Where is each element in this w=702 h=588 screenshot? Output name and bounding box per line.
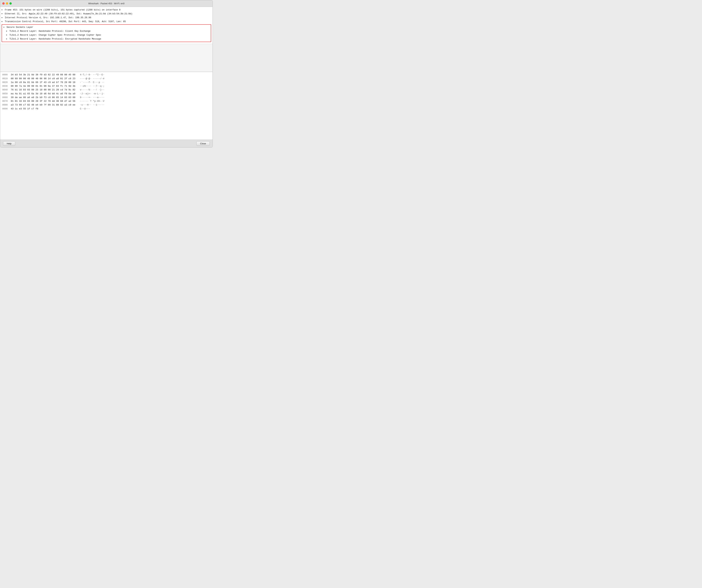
minimize-traffic-light[interactable] (6, 2, 8, 5)
maximize-traffic-light[interactable] (9, 2, 12, 5)
hex-offset-8: 0080 (2, 103, 11, 107)
tls1-label: TLSv1.2 Record Layer: Handshake Protocol… (9, 29, 91, 33)
ssl-header-label: Secure Sockets Layer (7, 25, 33, 29)
hex-ascii-5: ·J··ej=· ·m·L··j· (80, 92, 104, 96)
hex-ascii-2: ·`····f· C···p ·· (80, 81, 104, 84)
hex-ascii-0: 4·T;!·8· ··"I··E· (80, 73, 104, 77)
close-button[interactable]: Close (197, 141, 210, 146)
expand-arrow-ssl: ▼ (3, 26, 6, 29)
expand-arrow-tls3: ▶ (6, 37, 9, 40)
hex-ascii-9: C··U··· (80, 107, 90, 111)
hex-bytes-0: 34 b3 54 3b 21 8d 38 f9 d3 82 22 49 08 0… (11, 73, 80, 77)
tls2-label: TLSv1.2 Record Layer: Change Cipher Spec… (9, 33, 101, 37)
hex-row-0040: 0040 76 b1 16 03 03 00 25 10 00 00 21 20… (2, 88, 210, 92)
hex-bytes-6: 39 de ae 86 a6 e0 2b b9 f3 c8 06 65 14 0… (11, 96, 80, 99)
expand-arrow-frame: ▶ (2, 8, 4, 11)
hex-bytes-4: 76 b1 16 03 03 00 25 10 00 00 21 20 cd 7… (11, 88, 80, 92)
expand-arrow-tcp: ▶ (2, 20, 4, 23)
tcp-label: Transmission Control Protocol, Src Port:… (5, 20, 126, 23)
hex-ascii-7: ······ ? "p·0h··V (80, 99, 104, 103)
hex-row-0070: 0070 01 01 16 03 03 00 20 3f 22 70 dd 30… (2, 99, 210, 103)
bottom-bar: Help Close (0, 139, 213, 148)
hex-offset-6: 0060 (2, 96, 11, 99)
expand-arrow-tls1: ▶ (6, 29, 9, 33)
hex-bytes-7: 01 01 16 03 03 00 20 3f 22 70 dd 30 68 d… (11, 99, 80, 103)
window-title: Wireshark · Packet 453 · Wi-Fi: en0 (88, 2, 124, 5)
hex-offset-7: 0070 (2, 99, 11, 103)
frame-label: Frame 453: 151 bytes on wire (1208 bits)… (5, 8, 121, 12)
tree-item-tcp[interactable]: ▶ Transmission Control Protocol, Src Por… (0, 20, 213, 24)
hex-bytes-5: ea 4a 91 a1 65 6a 3d 10 d6 6d b8 4c a6 f… (11, 92, 80, 96)
hex-ascii-4: v·····%· ··! ·}·· (80, 88, 104, 92)
hex-spacer (0, 112, 213, 139)
hex-offset-3: 0030 (2, 84, 11, 88)
hex-row-0010: 0010 00 89 00 00 40 00 40 06 98 14 c0 a8… (2, 77, 210, 81)
traffic-lights (2, 2, 12, 5)
hex-row-0000: 0000 34 b3 54 3b 21 8d 38 f9 d3 82 22 49… (2, 73, 210, 77)
ssl-child-tls1[interactable]: ▶ TLSv1.2 Record Layer: Handshake Protoc… (2, 29, 211, 33)
hex-row-0030: 0030 08 00 7a 4e 00 00 01 01 08 0a 37 83… (2, 84, 210, 88)
hex-panel: 0000 34 b3 54 3b 21 8d 38 f9 d3 82 22 49… (0, 72, 213, 112)
ssl-children: ▶ TLSv1.2 Record Layer: Handshake Protoc… (2, 29, 211, 41)
hex-row-0060: 0060 39 de ae 86 a6 e0 2b b9 f3 c8 06 65… (2, 96, 210, 99)
hex-ascii-1: ····@·@· ·····/·# (80, 77, 104, 81)
hex-row-0080: 0080 a3 73 99 c7 82 48 e4 b9 7f 09 31 80… (2, 103, 210, 107)
hex-offset-1: 0010 (2, 77, 11, 81)
packet-tree-panel: ▶ Frame 453: 151 bytes on wire (1208 bit… (0, 7, 213, 44)
ssl-child-tls3[interactable]: ▶ TLSv1.2 Record Layer: Handshake Protoc… (2, 37, 211, 41)
hex-offset-5: 0050 (2, 92, 11, 96)
main-content: ▶ Frame 453: 151 bytes on wire (1208 bit… (0, 7, 213, 139)
ssl-child-tls2[interactable]: ▶ TLSv1.2 Record Layer: Change Cipher Sp… (2, 33, 211, 37)
titlebar: Wireshark · Packet 453 · Wi-Fi: en0 (0, 0, 213, 7)
expand-arrow-ethernet: ▶ (2, 12, 4, 15)
hex-bytes-8: a3 73 99 c7 82 48 e4 b9 7f 09 31 80 92 a… (11, 103, 80, 107)
ip-label: Internet Protocol Version 4, Src: 192.16… (5, 16, 91, 19)
tree-item-ip[interactable]: ▶ Internet Protocol Version 4, Src: 192.… (0, 16, 213, 20)
tree-item-ethernet[interactable]: ▶ Ethernet II, Src: Apple_82:22:49 (38:f… (0, 12, 213, 16)
hex-offset-4: 0040 (2, 88, 11, 92)
hex-row-0090: 0090 43 1c e3 55 1f c7 f8 C··U··· (2, 107, 210, 111)
ssl-section: ▼ Secure Sockets Layer ▶ TLSv1.2 Record … (2, 24, 211, 42)
hex-bytes-3: 08 00 7a 4e 00 00 01 01 08 0a 37 83 fc 7… (11, 84, 80, 88)
ssl-header-row[interactable]: ▼ Secure Sockets Layer (2, 25, 211, 29)
expand-arrow-ip: ▶ (2, 16, 4, 19)
tls3-label: TLSv1.2 Record Layer: Handshake Protocol… (9, 37, 101, 41)
hex-ascii-3: ··zN···· ··7··q·; (80, 84, 104, 88)
hex-bytes-9: 43 1c e3 55 1f c7 f8 (11, 107, 80, 111)
hex-offset-0: 0000 (2, 73, 11, 77)
hex-row-0050: 0050 ea 4a 91 a1 65 6a 3d 10 d6 6d b8 4c… (2, 92, 210, 96)
tree-item-frame[interactable]: ▶ Frame 453: 151 bytes on wire (1208 bit… (0, 8, 213, 12)
help-button[interactable]: Help (3, 141, 15, 146)
hex-ascii-6: 9·····+· ···e···· (80, 96, 104, 99)
hex-bytes-1: 00 89 00 00 40 00 40 06 98 14 c0 a8 01 2… (11, 77, 80, 81)
hex-bytes-2: 1a 60 c0 8a 01 bb 66 1f 43 c9 ad b7 70 2… (11, 81, 80, 84)
ethernet-label: Ethernet II, Src: Apple_82:22:49 (38:f9:… (5, 12, 132, 16)
close-traffic-light[interactable] (2, 2, 5, 5)
middle-spacer (0, 44, 213, 72)
hex-offset-9: 0090 (2, 107, 11, 111)
expand-arrow-tls2: ▶ (6, 33, 9, 36)
hex-offset-2: 0020 (2, 81, 11, 84)
hex-ascii-8: ·s···H·· ··1····· (80, 103, 104, 107)
hex-row-0020: 0020 1a 60 c0 8a 01 bb 66 1f 43 c9 ad b7… (2, 81, 210, 84)
